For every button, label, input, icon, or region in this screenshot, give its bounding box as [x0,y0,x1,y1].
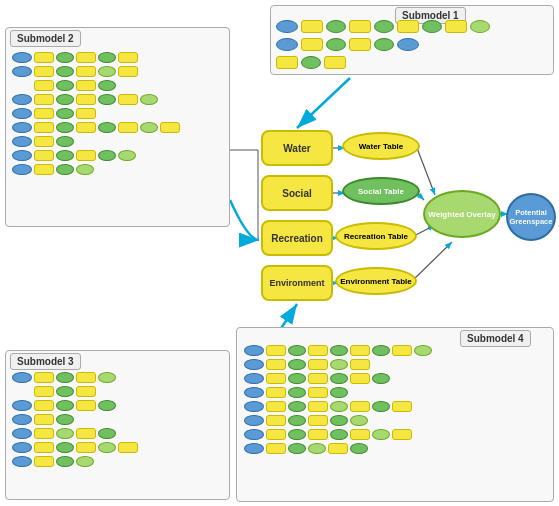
water-table-node: Water Table [342,132,420,160]
social-table-node: Social Table [342,177,420,205]
svg-line-9 [410,242,452,283]
water-node: Water [261,130,333,166]
environment-node: Environment [261,265,333,301]
submodel4-label: Submodel 4 [460,330,531,347]
submodel1-nodes-3 [276,56,346,69]
weighted-overlay-node: Weighted Overlay [423,190,501,238]
main-canvas: Submodel 1 Submodel 2 [0,0,559,506]
potential-greenspace-node: Potential Greenspace [506,193,556,241]
submodel3-nodes [12,372,138,467]
recreation-node: Recreation [261,220,333,256]
social-node: Social [261,175,333,211]
submodel2-nodes [12,52,180,175]
submodel1-nodes [276,20,490,33]
submodel3-label: Submodel 3 [10,353,81,370]
submodel4-nodes [244,345,432,454]
svg-line-6 [417,148,435,195]
recreation-table-node: Recreation Table [335,222,417,250]
submodel2-label: Submodel 2 [10,30,81,47]
submodel1-nodes-2 [276,38,419,51]
environment-table-node: Environment Table [335,267,417,295]
